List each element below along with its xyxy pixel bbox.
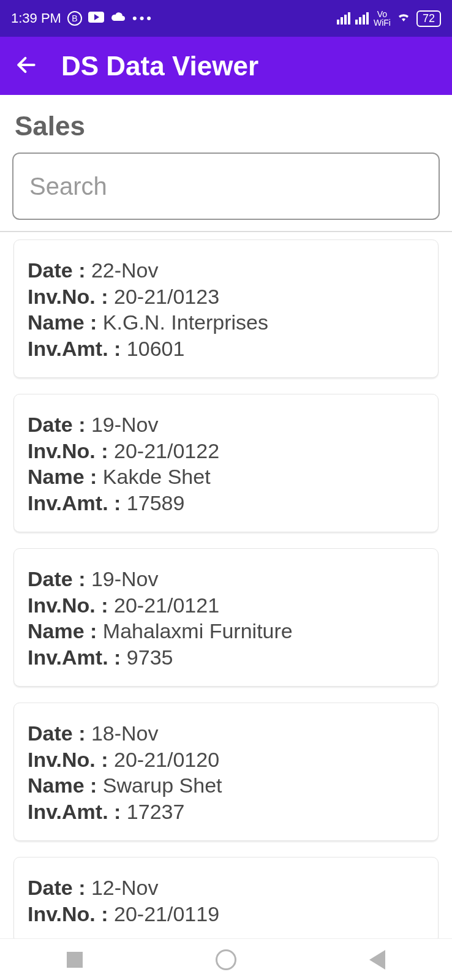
card-label: Inv.No. : — [28, 439, 114, 462]
card-row-invamt: Inv.Amt. : 9735 — [28, 644, 424, 671]
app-bar: DS Data Viewer — [0, 37, 452, 95]
sales-card[interactable]: Date : 19-NovInv.No. : 20-21/0121Name : … — [13, 548, 439, 687]
card-label: Date : — [28, 258, 91, 282]
signal-icon — [337, 12, 350, 24]
card-label: Name : — [28, 774, 103, 797]
card-value: 20-21/0122 — [114, 439, 219, 462]
search-input[interactable] — [12, 153, 440, 220]
card-value: Swarup Shet — [103, 774, 222, 797]
card-row-name: Name : Kakde Shet — [28, 464, 424, 490]
card-row-invno: Inv.No. : 20-21/0123 — [28, 284, 424, 310]
card-row-invno: Inv.No. : 20-21/0119 — [28, 901, 424, 927]
card-value: 20-21/0121 — [114, 594, 219, 617]
card-label: Inv.Amt. : — [28, 646, 127, 669]
card-row-date: Date : 22-Nov — [28, 257, 424, 284]
badge-icon: B — [67, 11, 82, 26]
card-row-invno: Inv.No. : 20-21/0122 — [28, 438, 424, 464]
wifi-icon — [396, 10, 412, 26]
nav-back-icon[interactable] — [369, 950, 385, 970]
card-label: Name : — [28, 311, 103, 334]
status-right-cluster: Vo WiFi 72 — [337, 10, 441, 27]
nav-home-icon[interactable] — [216, 949, 236, 970]
battery-icon: 72 — [416, 10, 441, 27]
sales-card[interactable]: Date : 18-NovInv.No. : 20-21/0120Name : … — [13, 703, 439, 841]
card-value: 9735 — [127, 646, 173, 669]
card-label: Inv.Amt. : — [28, 491, 127, 514]
card-label: Name : — [28, 619, 103, 643]
back-arrow-icon[interactable] — [15, 53, 38, 79]
nav-recent-icon[interactable] — [67, 952, 83, 968]
more-icon: ••• — [132, 10, 154, 26]
card-value: Kakde Shet — [103, 465, 211, 488]
card-label: Date : — [28, 413, 91, 436]
card-row-date: Date : 19-Nov — [28, 566, 424, 592]
sales-list: Date : 22-NovInv.No. : 20-21/0123Name : … — [0, 239, 452, 943]
card-label: Inv.No. : — [28, 285, 114, 308]
card-value: 17589 — [127, 491, 185, 514]
card-value: 20-21/0123 — [114, 285, 219, 308]
card-label: Name : — [28, 465, 103, 488]
signal-icon-2 — [355, 12, 369, 24]
status-bar: 1:39 PM B ••• Vo WiFi 72 — [0, 0, 452, 37]
card-value: 20-21/0119 — [114, 902, 219, 925]
divider — [0, 231, 452, 232]
card-value: 22-Nov — [91, 258, 159, 282]
card-value: 17237 — [127, 800, 185, 823]
sales-card[interactable]: Date : 12-NovInv.No. : 20-21/0119 — [13, 857, 439, 943]
vowifi-icon: Vo WiFi — [374, 10, 391, 27]
card-row-name: Name : Swarup Shet — [28, 772, 424, 799]
card-row-date: Date : 18-Nov — [28, 720, 424, 747]
card-value: Mahalaxmi Furniture — [103, 619, 293, 643]
card-row-name: Name : K.G.N. Interprises — [28, 309, 424, 336]
youtube-icon — [88, 10, 104, 26]
card-row-invno: Inv.No. : 20-21/0121 — [28, 592, 424, 619]
card-value: 19-Nov — [91, 413, 159, 436]
card-value: 18-Nov — [91, 722, 159, 745]
sales-card[interactable]: Date : 19-NovInv.No. : 20-21/0122Name : … — [13, 394, 439, 532]
card-value: K.G.N. Interprises — [103, 311, 268, 334]
sales-card[interactable]: Date : 22-NovInv.No. : 20-21/0123Name : … — [13, 239, 439, 378]
app-title: DS Data Viewer — [61, 51, 258, 81]
card-row-name: Name : Mahalaxmi Furniture — [28, 618, 424, 644]
status-time: 1:39 PM — [11, 10, 61, 26]
card-label: Inv.Amt. : — [28, 337, 127, 360]
card-row-invamt: Inv.Amt. : 17589 — [28, 490, 424, 516]
page-title: Sales — [0, 95, 452, 153]
cloud-icon — [110, 10, 126, 26]
card-row-date: Date : 12-Nov — [28, 875, 424, 901]
card-row-invamt: Inv.Amt. : 17237 — [28, 799, 424, 825]
card-row-date: Date : 19-Nov — [28, 412, 424, 438]
status-left-cluster: 1:39 PM B ••• — [11, 10, 154, 26]
card-label: Date : — [28, 722, 91, 745]
card-row-invamt: Inv.Amt. : 10601 — [28, 336, 424, 362]
card-label: Date : — [28, 567, 91, 590]
card-label: Date : — [28, 876, 91, 899]
card-label: Inv.Amt. : — [28, 800, 127, 823]
card-value: 10601 — [127, 337, 185, 360]
card-value: 20-21/0120 — [114, 748, 219, 771]
nav-bar — [0, 938, 452, 980]
card-label: Inv.No. : — [28, 594, 114, 617]
card-row-invno: Inv.No. : 20-21/0120 — [28, 747, 424, 773]
card-value: 19-Nov — [91, 567, 159, 590]
card-label: Inv.No. : — [28, 902, 114, 925]
card-label: Inv.No. : — [28, 748, 114, 771]
card-value: 12-Nov — [91, 876, 159, 899]
